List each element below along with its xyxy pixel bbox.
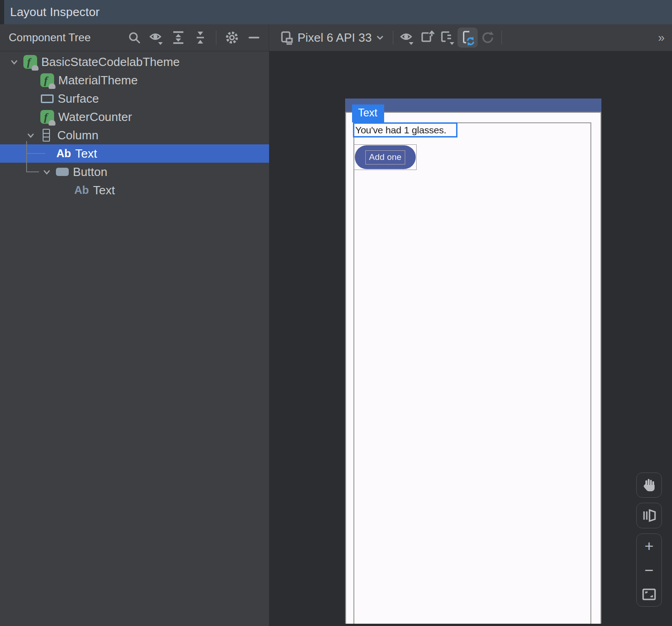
- expand-all-button[interactable]: [168, 27, 188, 48]
- layer-tree-options-icon: [439, 30, 456, 45]
- tree-row-label: Text: [93, 183, 115, 198]
- text-ab-icon: Ab: [56, 147, 71, 160]
- tree-row-text-child[interactable]: Ab Text: [0, 181, 269, 199]
- collapse-all-button[interactable]: [190, 27, 210, 48]
- tool-window-titlebar: Layout Inspector: [0, 0, 672, 24]
- layout-inspector-window: Layout Inspector Component Tree: [0, 0, 672, 626]
- settings-button[interactable]: [222, 27, 242, 48]
- render-canvas[interactable]: Text You've had 1 glasses. Add one: [269, 51, 672, 626]
- tree-row-watercounter[interactable]: f WaterCounter: [0, 108, 269, 126]
- titlebar-left-notch: [0, 0, 4, 24]
- text-ab-icon: Ab: [74, 184, 89, 197]
- button-label-render-bounds: Add one: [365, 150, 405, 165]
- refresh-button[interactable]: [478, 27, 498, 48]
- tree-row-label: Button: [73, 165, 107, 179]
- chevron-down-icon: [375, 34, 385, 41]
- view-options-button[interactable]: [397, 27, 417, 48]
- button-icon: [56, 168, 69, 176]
- selection-label-badge: Text: [352, 104, 384, 122]
- composable-icon: f: [23, 55, 37, 69]
- add-one-button-label: Add one: [369, 152, 402, 162]
- toolbar-separator: [216, 31, 216, 44]
- tree-row-surface[interactable]: Surface: [0, 89, 269, 108]
- zoom-controls: + −: [636, 533, 662, 607]
- layer-options-button[interactable]: [437, 27, 457, 48]
- refresh-icon: [480, 30, 496, 45]
- pan-hand-icon: [642, 478, 656, 493]
- tree-row-label: MaterialTheme: [58, 73, 138, 88]
- toolbar-overflow-button[interactable]: »: [658, 32, 665, 44]
- add-one-button[interactable]: Add one: [355, 145, 416, 169]
- tree-row-label: BasicStateCodelabTheme: [41, 55, 180, 69]
- toolbar-separator: [393, 31, 393, 44]
- composable-icon: f: [40, 110, 54, 124]
- chevron-expanded-icon[interactable]: [26, 130, 36, 140]
- chevron-expanded-icon[interactable]: [42, 167, 52, 177]
- search-icon: [127, 31, 141, 44]
- tree-visibility-options-button[interactable]: [146, 27, 166, 48]
- tree-row-button[interactable]: Button: [0, 163, 269, 181]
- toolbar-separator: [501, 31, 502, 44]
- live-updates-toggle[interactable]: [457, 27, 478, 48]
- window-title: Layout Inspector: [10, 5, 99, 19]
- hide-panel-button[interactable]: [244, 27, 264, 48]
- zoom-to-fit-icon: [642, 588, 656, 600]
- composable-icon: f: [40, 73, 54, 87]
- zoom-out-button[interactable]: −: [636, 558, 662, 582]
- button-render-bounds: Add one: [354, 144, 417, 170]
- device-selector-label: Pixel 6 API 33: [297, 31, 372, 45]
- rotate-3d-mode-icon: [641, 508, 657, 523]
- device-phone-icon: [280, 30, 294, 45]
- component-tree-header: Component Tree: [0, 24, 269, 51]
- surface-render-bounds: [353, 122, 591, 624]
- view-options-eye-icon: [399, 30, 415, 45]
- tree-row-label: Column: [57, 128, 99, 143]
- tree-row-basicstatecodelabtheme[interactable]: f BasicStateCodelabTheme: [0, 53, 269, 71]
- export-snapshot-icon: [419, 30, 435, 45]
- selected-text-element[interactable]: You've had 1 glasses.: [353, 122, 457, 137]
- device-screen[interactable]: Text You've had 1 glasses. Add one: [345, 99, 601, 624]
- 3d-mode-button[interactable]: [636, 503, 662, 528]
- visibility-options-icon: [149, 30, 164, 45]
- collapse-all-icon: [193, 30, 208, 45]
- pan-mode-button[interactable]: [636, 472, 662, 498]
- hide-panel-minus-icon: [247, 31, 261, 44]
- surface-icon: [41, 94, 54, 103]
- expand-all-icon: [171, 30, 186, 45]
- component-tree-title: Component Tree: [9, 31, 91, 44]
- settings-gear-icon: [224, 30, 240, 45]
- tree-row-label: WaterCounter: [58, 110, 132, 124]
- live-updates-icon: [459, 29, 476, 46]
- chevron-expanded-icon[interactable]: [9, 57, 19, 67]
- toolbar: Component Tree: [0, 24, 672, 51]
- tree-row-label: Surface: [58, 92, 99, 106]
- tree-connector-horizontal: [26, 153, 45, 154]
- tree-row-materialtheme[interactable]: f MaterialTheme: [0, 71, 269, 89]
- export-snapshot-button[interactable]: [417, 27, 437, 48]
- device-selector[interactable]: Pixel 6 API 33: [275, 28, 389, 47]
- zoom-in-button[interactable]: +: [636, 534, 662, 558]
- tree-row-label: Text: [75, 147, 97, 161]
- component-tree-panel: f BasicStateCodelabTheme f MaterialTheme…: [0, 51, 269, 626]
- water-count-text: You've had 1 glasses.: [354, 125, 446, 136]
- column-icon: [43, 129, 50, 142]
- search-button[interactable]: [124, 27, 144, 48]
- zoom-to-fit-button[interactable]: [636, 582, 662, 606]
- tree-connector-horizontal: [26, 171, 39, 172]
- tree-row-column[interactable]: Column: [0, 126, 269, 144]
- device-toolbar: Pixel 6 API 33: [269, 24, 672, 51]
- tree-connector-vertical: [26, 141, 27, 172]
